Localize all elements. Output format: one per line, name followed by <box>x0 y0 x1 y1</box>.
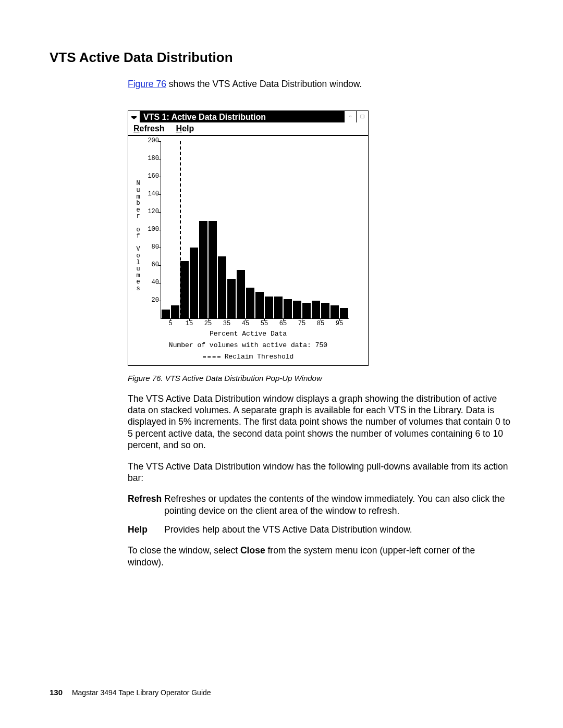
book-title: Magstar 3494 Tape Library Operator Guide <box>72 688 211 697</box>
bar <box>190 248 198 318</box>
page-footer: 130 Magstar 3494 Tape Library Operator G… <box>50 688 211 697</box>
legend: Reclaim Threshold <box>128 353 368 362</box>
bar <box>199 221 207 318</box>
intro-paragraph: Figure 76 shows the VTS Active Data Dist… <box>128 78 513 90</box>
bar <box>331 305 339 319</box>
bar <box>293 301 301 318</box>
definition-list: Refresh Refreshes or updates the content… <box>128 493 513 535</box>
bar <box>274 297 283 319</box>
figure-caption: Figure 76. VTS Active Data Distribution … <box>128 373 513 383</box>
desc-refresh: Refreshes or updates the contents of the… <box>164 493 513 516</box>
intro-text: shows the VTS Active Data Distribution w… <box>166 79 362 89</box>
window-title: VTS 1: Active Data Distribution <box>140 111 344 122</box>
system-menu-icon[interactable] <box>128 111 140 122</box>
y-tick-label: 40 <box>143 279 159 287</box>
summary-line: Number of volumes with active data: 750 <box>128 341 368 350</box>
paragraph-1: The VTS Active Data Distribution window … <box>128 393 513 451</box>
bar <box>209 221 217 318</box>
reclaim-threshold-line <box>180 141 181 318</box>
page-number: 130 <box>50 688 63 697</box>
term-help: Help <box>128 524 164 535</box>
chart-area[interactable]: NumberofVolumes 204060801001201401601802… <box>128 136 368 365</box>
y-axis-label: NumberofVolumes <box>136 180 141 292</box>
svg-rect-0 <box>131 116 137 117</box>
y-tick-label: 200 <box>143 138 159 145</box>
bar <box>227 279 236 319</box>
bar <box>255 292 264 318</box>
y-tick-label: 140 <box>143 191 159 199</box>
maximize-icon[interactable]: □ <box>356 111 368 122</box>
y-tick-label: 100 <box>143 226 159 234</box>
menu-refresh[interactable]: Refresh <box>133 124 165 134</box>
bar <box>237 270 245 319</box>
paragraph-3: To close the window, select Close from t… <box>128 545 513 568</box>
term-refresh: Refresh <box>128 493 164 504</box>
bar <box>246 288 254 319</box>
titlebar: VTS 1: Active Data Distribution ▫ □ <box>128 111 368 122</box>
y-tick-label: 180 <box>143 155 159 163</box>
menu-help[interactable]: Help <box>176 124 194 134</box>
y-tick-label: 60 <box>143 262 159 269</box>
bar <box>265 297 273 319</box>
page: VTS Active Data Distribution Figure 76 s… <box>0 0 563 728</box>
figure-76-link[interactable]: Figure 76 <box>128 79 166 89</box>
bar <box>321 303 329 319</box>
paragraph-2: The VTS Active Data Distribution window … <box>128 461 513 484</box>
bar <box>284 299 292 318</box>
bar <box>312 301 320 318</box>
bar <box>162 310 170 318</box>
x-axis-label: Percent Active Data <box>128 330 368 339</box>
y-tick-label: 120 <box>143 208 159 216</box>
bar <box>218 256 226 318</box>
bar <box>302 303 311 319</box>
y-tick-label: 80 <box>143 244 159 252</box>
bar <box>171 305 179 319</box>
vts-window: VTS 1: Active Data Distribution ▫ □ Refr… <box>128 110 369 366</box>
section-heading: VTS Active Data Distribution <box>50 50 516 66</box>
y-tick-label: 20 <box>143 297 159 305</box>
body-column: Figure 76 shows the VTS Active Data Dist… <box>128 78 513 568</box>
y-tick-label: 160 <box>143 173 159 181</box>
menubar: Refresh Help <box>128 122 368 136</box>
legend-dash-icon <box>203 356 221 357</box>
desc-help: Provides help about the VTS Active Data … <box>164 524 513 535</box>
bar <box>180 261 189 319</box>
bar <box>340 308 348 318</box>
plot-region: 2040608010012014016018020051525354555657… <box>161 141 349 319</box>
minimize-icon[interactable]: ▫ <box>344 111 356 122</box>
